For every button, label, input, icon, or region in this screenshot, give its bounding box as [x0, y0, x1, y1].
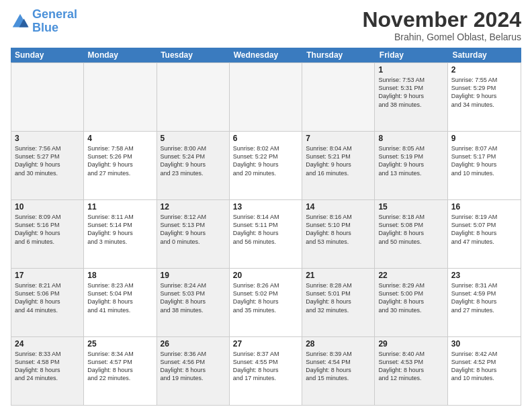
calendar-body: 1Sunrise: 7:53 AM Sunset: 5:31 PM Daylig… — [11, 62, 521, 406]
logo: General Blue — [11, 8, 77, 35]
day-number: 9 — [451, 134, 517, 143]
page: General Blue November 2024 Brahin, Gomel… — [0, 0, 532, 411]
day-number: 15 — [378, 202, 443, 212]
day-number: 8 — [378, 134, 443, 143]
day-number: 29 — [378, 339, 443, 349]
cell-info: Sunrise: 8:05 AM Sunset: 5:19 PM Dayligh… — [378, 144, 443, 177]
calendar-cell: 14Sunrise: 8:16 AM Sunset: 5:10 PM Dayli… — [302, 200, 375, 268]
calendar-cell: 27Sunrise: 8:37 AM Sunset: 4:55 PM Dayli… — [230, 337, 302, 405]
weekday-header: Tuesday — [157, 48, 230, 62]
calendar-cell: 10Sunrise: 8:09 AM Sunset: 5:16 PM Dayli… — [11, 200, 84, 268]
day-number: 4 — [87, 134, 152, 143]
day-number: 12 — [161, 202, 226, 212]
calendar-cell: 2Sunrise: 7:55 AM Sunset: 5:29 PM Daylig… — [448, 63, 521, 131]
calendar-cell: 5Sunrise: 8:00 AM Sunset: 5:24 PM Daylig… — [157, 132, 230, 199]
calendar-cell: 21Sunrise: 8:28 AM Sunset: 5:01 PM Dayli… — [302, 269, 375, 336]
cell-info: Sunrise: 8:11 AM Sunset: 5:14 PM Dayligh… — [87, 213, 152, 246]
cell-info: Sunrise: 8:42 AM Sunset: 4:52 PM Dayligh… — [451, 350, 517, 383]
weekday-header: Thursday — [302, 48, 375, 62]
calendar-cell: 17Sunrise: 8:21 AM Sunset: 5:06 PM Dayli… — [11, 269, 84, 336]
calendar-row: 1Sunrise: 7:53 AM Sunset: 5:31 PM Daylig… — [11, 63, 521, 132]
calendar-cell — [11, 63, 84, 131]
cell-info: Sunrise: 7:58 AM Sunset: 5:26 PM Dayligh… — [87, 144, 152, 177]
calendar-header: SundayMondayTuesdayWednesdayThursdayFrid… — [11, 48, 521, 62]
cell-info: Sunrise: 8:12 AM Sunset: 5:13 PM Dayligh… — [161, 213, 226, 246]
weekday-header: Wednesday — [230, 48, 303, 62]
cell-info: Sunrise: 8:04 AM Sunset: 5:21 PM Dayligh… — [306, 144, 371, 177]
day-number: 10 — [15, 202, 80, 212]
day-number: 13 — [233, 202, 298, 212]
calendar-cell: 25Sunrise: 8:34 AM Sunset: 4:57 PM Dayli… — [84, 337, 157, 405]
calendar-cell — [302, 63, 375, 131]
day-number: 18 — [87, 271, 152, 280]
calendar-row: 24Sunrise: 8:33 AM Sunset: 4:58 PM Dayli… — [11, 337, 521, 405]
cell-info: Sunrise: 8:29 AM Sunset: 5:00 PM Dayligh… — [378, 281, 443, 314]
day-number: 17 — [15, 271, 80, 280]
day-number: 24 — [15, 339, 80, 349]
day-number: 28 — [306, 339, 371, 349]
cell-info: Sunrise: 8:26 AM Sunset: 5:02 PM Dayligh… — [233, 281, 298, 314]
location: Brahin, Gomel Oblast, Belarus — [362, 32, 521, 42]
day-number: 2 — [451, 65, 517, 75]
calendar-cell — [157, 63, 230, 131]
cell-info: Sunrise: 8:23 AM Sunset: 5:04 PM Dayligh… — [87, 281, 152, 314]
cell-info: Sunrise: 8:14 AM Sunset: 5:11 PM Dayligh… — [233, 213, 298, 246]
calendar-cell: 9Sunrise: 8:07 AM Sunset: 5:17 PM Daylig… — [448, 132, 521, 199]
day-number: 16 — [451, 202, 517, 212]
day-number: 7 — [306, 134, 371, 143]
calendar-cell: 15Sunrise: 8:18 AM Sunset: 5:08 PM Dayli… — [375, 200, 447, 268]
title-block: November 2024 Brahin, Gomel Oblast, Bela… — [362, 8, 521, 42]
cell-info: Sunrise: 8:00 AM Sunset: 5:24 PM Dayligh… — [161, 144, 226, 177]
day-number: 5 — [161, 134, 226, 143]
header: General Blue November 2024 Brahin, Gomel… — [11, 8, 521, 42]
cell-info: Sunrise: 8:02 AM Sunset: 5:22 PM Dayligh… — [233, 144, 298, 177]
day-number: 14 — [306, 202, 371, 212]
day-number: 11 — [87, 202, 152, 212]
calendar-cell: 12Sunrise: 8:12 AM Sunset: 5:13 PM Dayli… — [157, 200, 230, 268]
calendar-cell — [84, 63, 157, 131]
cell-info: Sunrise: 8:07 AM Sunset: 5:17 PM Dayligh… — [451, 144, 517, 177]
calendar-cell: 30Sunrise: 8:42 AM Sunset: 4:52 PM Dayli… — [448, 337, 521, 405]
cell-info: Sunrise: 8:24 AM Sunset: 5:03 PM Dayligh… — [161, 281, 226, 314]
calendar-cell: 1Sunrise: 7:53 AM Sunset: 5:31 PM Daylig… — [375, 63, 447, 131]
day-number: 1 — [378, 65, 443, 75]
cell-info: Sunrise: 8:09 AM Sunset: 5:16 PM Dayligh… — [15, 213, 80, 246]
day-number: 26 — [161, 339, 226, 349]
calendar-row: 3Sunrise: 7:56 AM Sunset: 5:27 PM Daylig… — [11, 132, 521, 200]
cell-info: Sunrise: 8:16 AM Sunset: 5:10 PM Dayligh… — [306, 213, 371, 246]
cell-info: Sunrise: 8:39 AM Sunset: 4:54 PM Dayligh… — [306, 350, 371, 383]
day-number: 19 — [161, 271, 226, 280]
cell-info: Sunrise: 8:19 AM Sunset: 5:07 PM Dayligh… — [451, 213, 517, 246]
calendar-cell: 28Sunrise: 8:39 AM Sunset: 4:54 PM Dayli… — [302, 337, 375, 405]
day-number: 3 — [15, 134, 80, 143]
cell-info: Sunrise: 8:18 AM Sunset: 5:08 PM Dayligh… — [378, 213, 443, 246]
calendar-cell: 8Sunrise: 8:05 AM Sunset: 5:19 PM Daylig… — [375, 132, 447, 199]
day-number: 20 — [233, 271, 298, 280]
logo-text: General Blue — [32, 8, 77, 35]
day-number: 23 — [451, 271, 517, 280]
calendar-row: 17Sunrise: 8:21 AM Sunset: 5:06 PM Dayli… — [11, 269, 521, 337]
calendar-cell: 7Sunrise: 8:04 AM Sunset: 5:21 PM Daylig… — [302, 132, 375, 199]
cell-info: Sunrise: 8:33 AM Sunset: 4:58 PM Dayligh… — [15, 350, 80, 383]
logo-line2: Blue — [32, 21, 77, 35]
calendar-cell: 11Sunrise: 8:11 AM Sunset: 5:14 PM Dayli… — [84, 200, 157, 268]
day-number: 27 — [233, 339, 298, 349]
calendar-row: 10Sunrise: 8:09 AM Sunset: 5:16 PM Dayli… — [11, 200, 521, 269]
day-number: 22 — [378, 271, 443, 280]
calendar: SundayMondayTuesdayWednesdayThursdayFrid… — [11, 48, 521, 406]
cell-info: Sunrise: 8:36 AM Sunset: 4:56 PM Dayligh… — [161, 350, 226, 383]
calendar-cell: 19Sunrise: 8:24 AM Sunset: 5:03 PM Dayli… — [157, 269, 230, 336]
month-title: November 2024 — [362, 8, 521, 32]
logo-line1: General — [32, 7, 77, 21]
day-number: 25 — [87, 339, 152, 349]
calendar-cell: 20Sunrise: 8:26 AM Sunset: 5:02 PM Dayli… — [230, 269, 302, 336]
calendar-cell: 26Sunrise: 8:36 AM Sunset: 4:56 PM Dayli… — [157, 337, 230, 405]
calendar-cell: 29Sunrise: 8:40 AM Sunset: 4:53 PM Dayli… — [375, 337, 447, 405]
cell-info: Sunrise: 7:55 AM Sunset: 5:29 PM Dayligh… — [451, 76, 517, 109]
weekday-header: Friday — [375, 48, 449, 62]
cell-info: Sunrise: 7:53 AM Sunset: 5:31 PM Dayligh… — [378, 76, 443, 109]
cell-info: Sunrise: 8:40 AM Sunset: 4:53 PM Dayligh… — [378, 350, 443, 383]
calendar-cell — [230, 63, 302, 131]
calendar-cell: 24Sunrise: 8:33 AM Sunset: 4:58 PM Dayli… — [11, 337, 84, 405]
weekday-header: Monday — [84, 48, 157, 62]
